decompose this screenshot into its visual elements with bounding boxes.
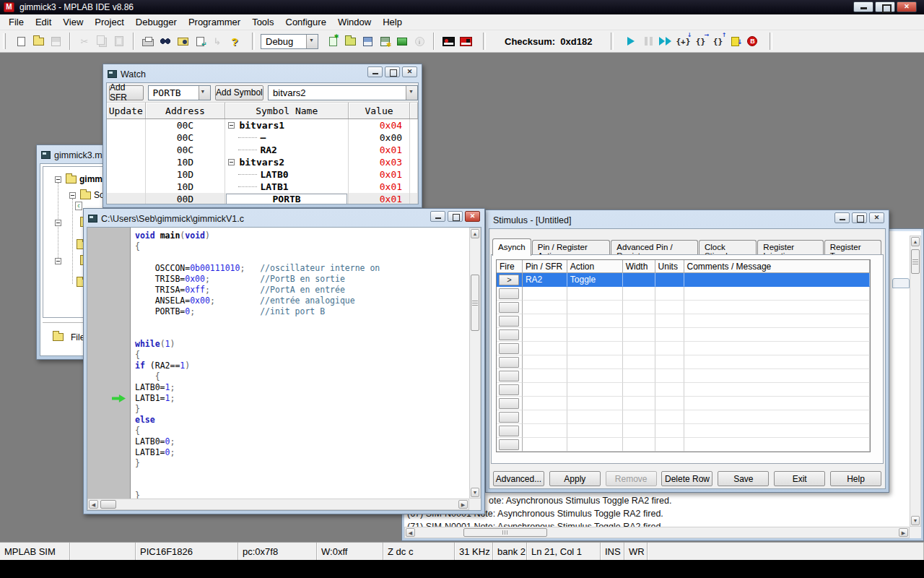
- fire-button[interactable]: [499, 412, 519, 423]
- stimulus-row[interactable]: [497, 369, 870, 383]
- editor-maximize-button[interactable]: [448, 211, 463, 222]
- menu-programmer[interactable]: Programmer: [183, 14, 246, 30]
- symbol-select[interactable]: bitvars2: [268, 85, 418, 100]
- tree-item-source-files[interactable]: So: [66, 190, 105, 200]
- tree-item-workspace-root[interactable]: gimm: [52, 174, 103, 184]
- watch-row[interactable]: 10DLATB10x01: [107, 181, 418, 193]
- code-editor[interactable]: void main(void){ OSCCON=0b00111010; //os…: [131, 228, 469, 499]
- sfr-select[interactable]: PORTB: [148, 85, 211, 100]
- collapse-icon[interactable]: [69, 192, 76, 199]
- add-sfr-button[interactable]: Add SFR: [109, 85, 144, 100]
- watch-row[interactable]: 00DPORTB0x01: [107, 193, 418, 204]
- stimulus-column-fire[interactable]: Fire: [497, 260, 523, 273]
- editor-vertical-scrollbar[interactable]: ▲ ▼: [469, 228, 481, 499]
- stimulus-table[interactable]: FirePin / SFRActionWidthUnitsComments / …: [496, 259, 871, 452]
- stimulus-row[interactable]: >RA2Toggle: [497, 273, 870, 287]
- find-in-files-button[interactable]: [174, 33, 191, 50]
- run-button[interactable]: [622, 33, 640, 50]
- fire-button[interactable]: [499, 384, 519, 395]
- chevron-down-icon[interactable]: [406, 86, 417, 100]
- tab-register-trace[interactable]: Register Trace: [824, 240, 881, 255]
- tab-register-injection[interactable]: Register Injection: [757, 240, 823, 255]
- toolbar-grip[interactable]: [3, 33, 6, 49]
- editor-close-button[interactable]: ✕: [465, 211, 480, 222]
- collapse-icon[interactable]: [228, 122, 235, 129]
- collapse-icon[interactable]: [55, 176, 61, 183]
- build-all-button[interactable]: [376, 33, 393, 50]
- maximize-button[interactable]: [875, 1, 895, 12]
- stimulus-row[interactable]: [497, 287, 870, 301]
- new-file-button[interactable]: [12, 33, 30, 50]
- scroll-right-icon[interactable]: ▶: [899, 528, 908, 537]
- collapse-icon[interactable]: [228, 159, 235, 165]
- debug-toolbar-selector[interactable]: Debug: [261, 34, 318, 49]
- resize-grip[interactable]: [469, 499, 481, 510]
- fire-button[interactable]: [499, 288, 519, 299]
- menu-debugger[interactable]: Debugger: [130, 14, 183, 30]
- breakpoints-button[interactable]: B: [744, 33, 761, 50]
- watch-column-symbol-name[interactable]: Symbol Name: [225, 103, 348, 118]
- editor-horizontal-scrollbar[interactable]: ◀ ▶: [87, 499, 469, 510]
- scroll-left-icon[interactable]: ◀: [406, 528, 415, 537]
- stimulus-column-pin-sfr[interactable]: Pin / SFR: [523, 260, 567, 273]
- watch-row[interactable]: 10Dbitvars20x03: [107, 156, 418, 168]
- fire-button[interactable]: [499, 343, 519, 354]
- symbol-edit-box[interactable]: PORTB: [226, 194, 346, 204]
- menu-help[interactable]: Help: [377, 14, 408, 30]
- step-over-button[interactable]: {}→: [692, 33, 709, 50]
- fire-button[interactable]: [499, 439, 519, 450]
- stimulus-window-title[interactable]: Stimulus - [Untitled]: [489, 212, 886, 228]
- watch-maximize-button[interactable]: [385, 66, 400, 77]
- stimulus-minimize-button[interactable]: [834, 212, 850, 223]
- stimulus-column-width[interactable]: Width: [623, 260, 655, 273]
- watch-row[interactable]: 00C–0x00: [107, 131, 418, 144]
- collapse-icon[interactable]: [55, 220, 61, 226]
- exit-button[interactable]: Exit: [774, 471, 825, 486]
- help-button[interactable]: Help: [830, 471, 881, 486]
- stimulus-row[interactable]: [497, 301, 870, 314]
- watch-row[interactable]: 10DLATB00x01: [107, 168, 418, 181]
- scrollbar-thumb[interactable]: [100, 500, 116, 509]
- stimulus-close-button[interactable]: ✕: [869, 212, 884, 223]
- scroll-down-icon[interactable]: ▼: [471, 488, 479, 497]
- tab-pin-register-actions[interactable]: Pin / Register Actions: [532, 240, 611, 255]
- program-device-button[interactable]: [440, 33, 457, 50]
- open-project-button[interactable]: [341, 33, 359, 50]
- editor-window-title[interactable]: C:\Users\Seb\gimmick\gimmickV1.c: [87, 211, 481, 226]
- stimulus-column-comments-message[interactable]: Comments / Message: [684, 260, 870, 273]
- stimulus-row[interactable]: [497, 397, 870, 410]
- make-button[interactable]: [393, 33, 411, 50]
- delete-row-button[interactable]: Delete Row: [661, 471, 712, 486]
- fire-button[interactable]: [499, 371, 519, 381]
- scroll-down-icon[interactable]: ▼: [911, 516, 920, 525]
- stimulus-column-units[interactable]: Units: [655, 260, 684, 273]
- watch-table-header[interactable]: UpdateAddressSymbol NameValue: [107, 103, 418, 119]
- fire-button[interactable]: [499, 357, 519, 368]
- help-button[interactable]: ?: [226, 33, 243, 50]
- scrollbar-thumb[interactable]: [463, 528, 547, 537]
- menu-configure[interactable]: Configure: [280, 14, 332, 30]
- minimize-button[interactable]: [853, 1, 873, 12]
- stimulus-row[interactable]: [497, 410, 870, 424]
- fire-button[interactable]: [499, 398, 519, 409]
- stimulus-row[interactable]: [497, 424, 870, 438]
- menu-window[interactable]: Window: [332, 14, 377, 30]
- tab-asynch[interactable]: Asynch: [492, 238, 531, 256]
- open-file-button[interactable]: [30, 33, 47, 50]
- animate-button[interactable]: [657, 33, 674, 50]
- fire-button[interactable]: >: [499, 275, 519, 285]
- new-project-button[interactable]: [324, 33, 341, 50]
- chevron-down-icon[interactable]: [199, 86, 210, 100]
- menu-tools[interactable]: Tools: [246, 14, 279, 30]
- output-horizontal-scrollbar[interactable]: ◀ ▶: [404, 527, 910, 538]
- stimulus-row[interactable]: [497, 314, 870, 328]
- watch-column-value[interactable]: Value: [349, 103, 410, 118]
- watch-row[interactable]: 00Cbitvars10x04: [107, 119, 418, 131]
- output-vertical-scrollbar[interactable]: ▲ ▼: [910, 236, 921, 527]
- scrollbar-thumb[interactable]: [911, 249, 920, 274]
- fire-button[interactable]: [499, 426, 519, 436]
- menu-project[interactable]: Project: [89, 14, 129, 30]
- editor-minimize-button[interactable]: [430, 211, 445, 222]
- stimulus-row[interactable]: [497, 383, 870, 397]
- stimulus-row[interactable]: [497, 438, 870, 452]
